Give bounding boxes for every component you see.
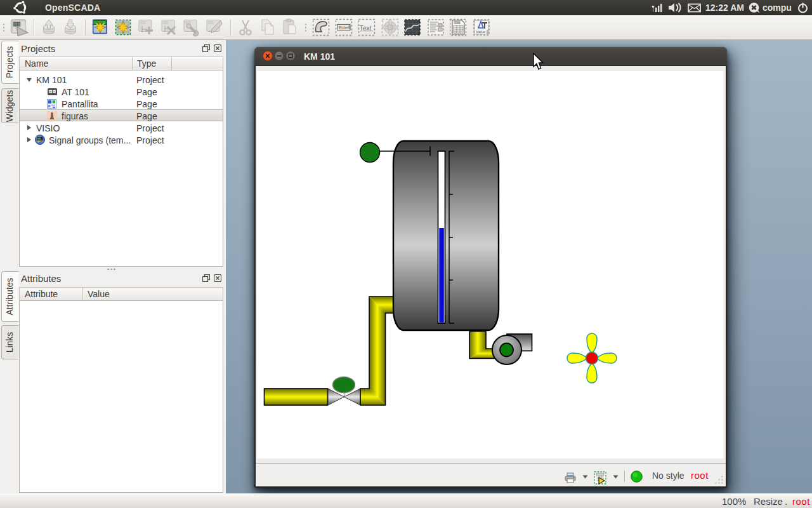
svg-text:20.10: 20.10 <box>14 23 22 26</box>
svg-text:Enter: Enter <box>339 25 349 30</box>
svg-text:Order: Order <box>455 22 461 24</box>
svg-text:Text: Text <box>360 24 372 32</box>
svg-text:Value: Value <box>476 30 486 34</box>
